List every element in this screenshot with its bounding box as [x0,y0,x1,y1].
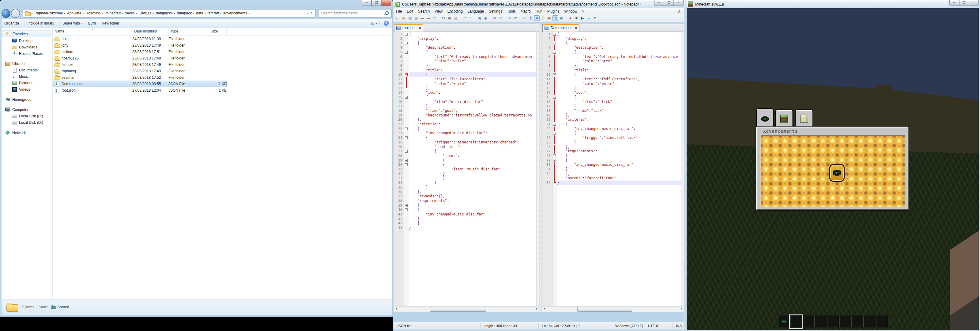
sidebar-item-homegroup[interactable]: Homegroup [2,96,52,103]
sync-vertical-icon[interactable]: ⇅ [507,15,512,21]
vertical-scrollbar[interactable] [536,32,539,306]
run-macro-multiple-icon[interactable]: » [586,15,591,21]
find-icon[interactable]: ◉ [477,15,482,21]
menu-file[interactable]: File [393,9,404,13]
refresh-icon[interactable]: ↻ [310,11,315,16]
file-row[interactable]: raphaelg23/03/2018 17:49File folder [52,68,392,74]
forward-button[interactable]: → [11,9,20,18]
sync-horizontal-icon[interactable]: ⇄ [513,15,519,21]
breadcrumb-segment[interactable]: data [195,11,204,15]
commandbar-new-folder[interactable]: New folder [99,21,122,26]
fold-collapse-icon[interactable] [553,51,556,54]
commandbar-burn[interactable]: Burn [86,21,99,26]
breadcrumb-segment[interactable]: Roaming [84,11,101,15]
commandbar-share-with[interactable]: Share with▾ [60,21,85,26]
breadcrumb-segment[interactable]: .minecraft [104,11,122,15]
vertical-scrollbar[interactable] [681,32,684,306]
tab-close-icon[interactable]: ✕ [574,26,577,30]
hotbar-slot-6[interactable] [840,316,852,327]
status-eol-format[interactable]: Windows (CR LF) [612,323,645,329]
save-all-icon[interactable]: ▩ [414,15,419,21]
maximize-button[interactable]: ❐ [664,0,674,6]
sidebar-item-favorites[interactable]: Favorites [2,30,51,37]
menu-plugins[interactable]: Plugins [545,9,562,13]
advancement-tab-minecraft[interactable] [776,110,793,127]
cut-icon[interactable]: ✂ [441,15,446,21]
sidebar-item-computer[interactable]: Computer [2,106,52,113]
save-macro-icon[interactable]: ▼ [592,15,598,21]
sidebar-item-videos[interactable]: Videos [2,86,52,93]
sidebar-item-downloads[interactable]: Downloads [2,44,52,50]
advancement-tab-husbandry[interactable] [795,110,813,127]
sidebar-item-libraries[interactable]: Libraries [2,61,52,67]
file-row[interactable]: Doc-root.json30/03/2018 08:55JSON File1 … [52,81,392,87]
menu-close-button[interactable]: X [678,9,684,13]
word-wrap-icon[interactable]: ↩ [522,15,527,21]
indent-guide-icon[interactable]: ≡ [534,15,539,21]
sidebar-item-music[interactable]: Music [2,73,52,80]
advancement-node-goal[interactable] [829,164,845,182]
file-row[interactable]: doc24/03/2018 21:39File folder [52,35,392,42]
commandbar-organize[interactable]: Organize▾ [2,21,24,26]
maximize-button[interactable]: ❐ [959,0,969,6]
scrollbar-thumb[interactable] [430,307,486,312]
fold-collapse-icon[interactable] [405,136,407,139]
new-file-icon[interactable]: ▢ [395,15,401,21]
minimize-button[interactable]: ─ [654,0,664,6]
zoom-in-icon[interactable]: ⊕ [492,15,497,21]
hotbar-slot-5[interactable] [827,316,840,327]
menu-macro[interactable]: Macro [518,9,533,13]
monitor-icon[interactable]: ◉ [558,15,564,21]
open-file-icon[interactable]: ▣ [401,15,407,21]
preview-pane-button[interactable]: ▯ [379,21,381,26]
record-macro-icon[interactable]: ● [568,15,573,21]
menu-help[interactable]: ? [580,9,587,13]
document-map-icon[interactable]: ◫ [552,15,558,21]
hotbar-slot-9[interactable] [876,316,888,327]
breadcrumb-segment[interactable]: farcraft [207,11,220,15]
views-button[interactable]: ▤ ▾ [371,21,377,26]
breadcrumb-segment[interactable]: Raphael Yitzchak [33,11,64,15]
pane-splitter[interactable] [539,24,542,312]
fold-collapse-icon[interactable] [405,128,407,130]
file-row[interactable]: sealman23/03/2018 17:52File folder [52,74,392,81]
fold-collapse-icon[interactable] [553,42,556,45]
fold-collapse-icon[interactable] [553,132,556,134]
column-header-name[interactable]: Name▴ [52,28,132,35]
replace-icon[interactable]: ◈ [483,15,488,21]
menu-edit[interactable]: Edit [404,9,415,13]
horizontal-scrollbar[interactable]: ◄► [542,306,684,312]
maximize-button[interactable]: ❐ [371,0,381,6]
play-macro-icon[interactable]: ▶ [580,15,585,21]
undo-icon[interactable]: ↶ [462,15,467,21]
stop-macro-icon[interactable]: ■ [574,15,579,21]
game-viewport[interactable]: Advancements [687,8,979,330]
breadcrumb-segment[interactable]: 18w11a [138,11,153,15]
fold-collapse-icon[interactable] [553,123,556,126]
fold-collapse-icon[interactable] [405,204,407,207]
minimize-button[interactable]: ─ [950,0,959,6]
paste-icon[interactable]: ▥ [453,15,458,21]
function-list-icon[interactable]: ƒ [540,15,546,21]
fold-collapse-icon[interactable] [405,150,407,153]
status-insert-mode[interactable]: INS [673,323,684,329]
save-icon[interactable]: ▦ [407,15,413,21]
fold-collapse-icon[interactable] [553,159,556,162]
scroll-left-icon[interactable]: ◄ [543,307,546,310]
column-header-size[interactable]: Size [209,28,227,35]
search-box[interactable] [318,9,392,18]
scroll-right-icon[interactable]: ► [536,307,538,310]
sidebar-item-desktop[interactable]: Desktop [2,37,52,44]
sidebar-item-documents[interactable]: Documents [2,67,52,73]
code-editor[interactable]: 1{2 "display":3 {4 "description":5 {6 "t… [542,32,684,306]
fold-collapse-icon[interactable] [405,208,407,211]
fold-collapse-icon[interactable] [405,73,407,76]
minimize-button[interactable]: ─ [362,0,371,6]
sidebar-item-network[interactable]: Network [2,130,52,136]
copy-icon[interactable]: ▤ [447,15,452,21]
fold-collapse-icon[interactable] [553,33,556,35]
file-row[interactable]: nisimm23/03/2018 17:51File folder [52,48,392,55]
advancement-tree-panel[interactable] [761,136,905,207]
folder-as-workspace-icon[interactable]: ▣ [546,15,552,21]
close-button[interactable]: × [969,0,979,6]
